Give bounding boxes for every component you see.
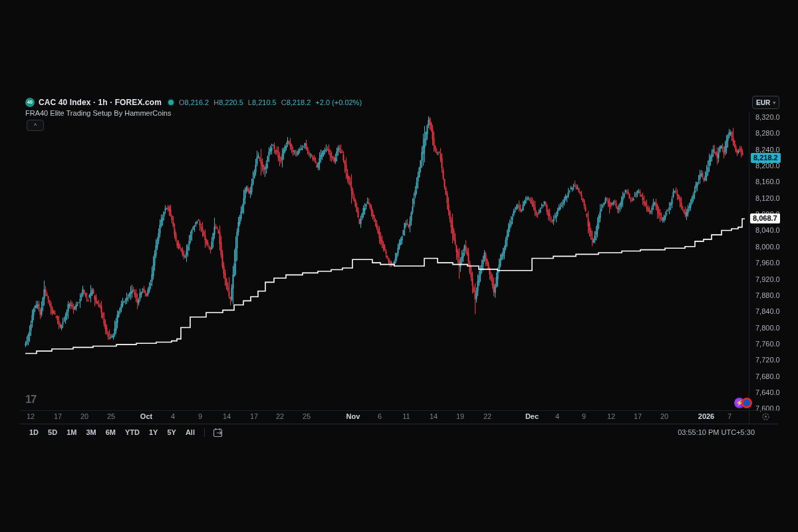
price-tick-label: 7,640.0 bbox=[755, 388, 780, 396]
chevron-down-icon: ▾ bbox=[773, 100, 775, 106]
price-tick-label: 7,760.0 bbox=[755, 340, 780, 348]
high-value: 8,220.5 bbox=[219, 98, 243, 106]
price-tick-label: 7,720.0 bbox=[755, 356, 780, 364]
price-tick-label: 8,000.0 bbox=[755, 243, 780, 251]
time-tick-label: 4 bbox=[555, 412, 559, 420]
time-scale-divider bbox=[20, 410, 778, 411]
time-tick-label: 17 bbox=[250, 412, 258, 420]
time-scale[interactable]: 12172025Oct4914172225Nov611141922Dec4912… bbox=[20, 411, 749, 424]
price-tick-label: 7,960.0 bbox=[755, 259, 780, 267]
date-range-toolbar: 1D5D1M3M6MYTD1Y5YAll bbox=[25, 426, 226, 438]
collapse-legend-button[interactable]: ^ bbox=[27, 120, 44, 131]
time-tick-label: 14 bbox=[223, 412, 231, 420]
low-value: 8,210.5 bbox=[252, 98, 277, 106]
chevron-up-icon: ^ bbox=[34, 122, 37, 129]
time-tick-label: Oct bbox=[140, 412, 152, 420]
time-tick-label: 9 bbox=[582, 412, 586, 420]
price-chart-canvas[interactable] bbox=[0, 0, 798, 532]
price-tick-label: 7,920.0 bbox=[755, 275, 780, 283]
time-tick-label: 20 bbox=[80, 412, 88, 420]
price-tick-label: 8,040.0 bbox=[755, 226, 780, 234]
time-tick-label: 17 bbox=[634, 412, 642, 420]
range-button-3m[interactable]: 3M bbox=[82, 427, 100, 438]
ohlc-values: O8,216.2 H8,220.5 L8,210.5 C8,218.2 +2.0… bbox=[179, 98, 362, 106]
open-value: 8,216.2 bbox=[185, 98, 209, 106]
forex-logo-icon[interactable] bbox=[741, 398, 752, 408]
time-tick-label: 22 bbox=[276, 412, 284, 420]
symbol-logo-icon: 40 bbox=[25, 98, 35, 107]
time-tick-label: 4 bbox=[171, 412, 175, 420]
time-tick-label: Nov bbox=[346, 412, 360, 420]
indicator-price-badge: 8,068.7 bbox=[750, 213, 780, 223]
scale-settings-icon[interactable] bbox=[760, 411, 771, 422]
price-tick-label: 7,800.0 bbox=[755, 324, 780, 332]
high-label: H bbox=[213, 98, 219, 106]
range-button-5d[interactable]: 5D bbox=[44, 427, 61, 438]
time-tick-label: 25 bbox=[303, 412, 311, 420]
toolbar-divider bbox=[20, 424, 778, 424]
price-tick-label: 8,320.0 bbox=[755, 113, 780, 121]
calendar-icon bbox=[213, 428, 223, 438]
time-tick-label: 25 bbox=[107, 412, 115, 420]
time-tick-label: 20 bbox=[660, 412, 668, 420]
symbol-header: 40 CAC 40 Index · 1h · FOREX.com O8,216.… bbox=[25, 96, 362, 108]
time-tick-label: 11 bbox=[402, 412, 410, 420]
symbol-title[interactable]: CAC 40 Index · 1h · FOREX.com bbox=[39, 98, 162, 107]
close-value: 8,218.2 bbox=[287, 98, 311, 106]
time-tick-label: 22 bbox=[483, 412, 491, 420]
last-price-badge: 8,218.2 bbox=[751, 153, 781, 163]
range-button-6m[interactable]: 6M bbox=[102, 427, 120, 438]
price-tick-label: 7,840.0 bbox=[755, 307, 780, 315]
price-tick-label: 8,120.0 bbox=[755, 194, 780, 202]
time-tick-label: 2026 bbox=[698, 412, 714, 420]
pane-logos: ⚡ bbox=[734, 398, 752, 409]
time-tick-label: Dec bbox=[525, 412, 539, 420]
go-to-date-button[interactable] bbox=[210, 427, 226, 438]
currency-value: EUR bbox=[756, 99, 770, 106]
range-button-1m[interactable]: 1M bbox=[63, 427, 80, 438]
session-clock[interactable]: 03:55:10 PM UTC+5:30 bbox=[678, 428, 755, 436]
time-tick-label: 7 bbox=[728, 412, 732, 420]
price-tick-label: 8,240.0 bbox=[755, 146, 780, 154]
time-tick-label: 12 bbox=[27, 412, 35, 420]
price-scale-divider bbox=[749, 112, 749, 424]
time-tick-label: 9 bbox=[198, 412, 202, 420]
price-tick-label: 7,880.0 bbox=[755, 291, 780, 299]
time-tick-label: 19 bbox=[456, 412, 464, 420]
range-button-5y[interactable]: 5Y bbox=[163, 427, 180, 438]
open-label: O bbox=[179, 98, 185, 106]
price-tick-label: 7,680.0 bbox=[755, 372, 780, 380]
time-tick-label: 6 bbox=[378, 412, 382, 420]
time-tick-label: 17 bbox=[54, 412, 62, 420]
tradingview-logo[interactable]: 17 bbox=[25, 393, 36, 406]
range-button-1d[interactable]: 1D bbox=[25, 427, 43, 438]
change-value: +2.0 (+0.02%) bbox=[315, 98, 362, 106]
close-label: C bbox=[281, 98, 287, 106]
range-button-all[interactable]: All bbox=[182, 427, 199, 438]
price-tick-label: 8,280.0 bbox=[755, 129, 780, 137]
chart-window: 40 CAC 40 Index · 1h · FOREX.com O8,216.… bbox=[0, 0, 798, 532]
currency-selector[interactable]: EUR ▾ bbox=[752, 96, 779, 109]
price-tick-label: 8,160.0 bbox=[755, 178, 780, 186]
range-button-1y[interactable]: 1Y bbox=[145, 427, 162, 438]
time-tick-label: 14 bbox=[430, 412, 438, 420]
time-tick-label: 12 bbox=[607, 412, 615, 420]
market-status-icon[interactable] bbox=[168, 100, 174, 105]
indicator-title[interactable]: FRA40 Elite Trading Setup By HammerCoins bbox=[25, 109, 171, 117]
toolbar-separator bbox=[204, 428, 205, 437]
range-button-ytd[interactable]: YTD bbox=[121, 427, 144, 438]
